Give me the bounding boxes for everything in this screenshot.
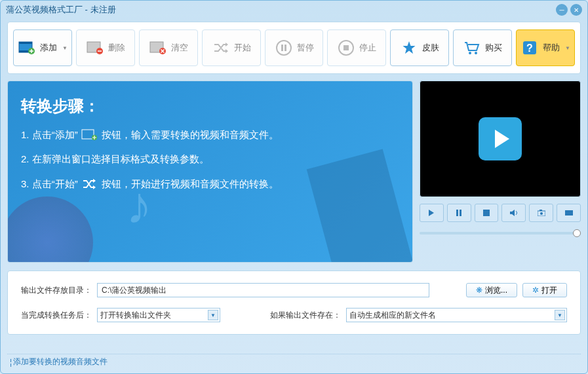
help-icon: ? xyxy=(520,40,539,56)
after-task-select[interactable]: 打开转换输出文件夹 ▼ xyxy=(97,308,220,322)
close-button[interactable]: ✕ xyxy=(570,4,582,16)
reel-icon: ✲ xyxy=(532,286,539,295)
film-clear-icon xyxy=(149,40,167,56)
film-add-icon xyxy=(18,40,36,56)
add-button[interactable]: 添加 ▼ xyxy=(13,29,72,66)
guide-heading: 转换步骤： xyxy=(21,96,399,117)
cart-icon xyxy=(463,40,481,56)
stop-button[interactable]: 停止 xyxy=(327,29,386,66)
output-dir-label: 输出文件存放目录： xyxy=(21,285,92,296)
svg-text:?: ? xyxy=(526,43,533,54)
output-dir-input[interactable] xyxy=(97,283,429,297)
guide-step-1: 1. 点击“添加” 按钮，输入需要转换的视频和音频文件。 xyxy=(21,128,399,141)
play-big-icon xyxy=(479,117,522,160)
shuffle-icon xyxy=(81,178,99,191)
skin-button[interactable]: 皮肤 xyxy=(390,29,449,66)
status-text: 添加要转换的视频音频文件 xyxy=(13,356,108,367)
chevron-down-icon: ▼ xyxy=(565,45,570,51)
help-button[interactable]: ? 帮助 ▼ xyxy=(516,29,575,66)
pause-icon xyxy=(275,40,293,56)
svg-rect-21 xyxy=(483,210,490,216)
clear-button[interactable]: 清空 xyxy=(139,29,198,66)
svg-rect-19 xyxy=(456,210,458,216)
player-controls xyxy=(420,204,581,222)
toolbar: 添加 ▼ 删除 清空 开始 暂停 xyxy=(7,22,581,74)
svg-rect-10 xyxy=(284,45,286,51)
film-delete-icon xyxy=(86,40,104,56)
svg-rect-24 xyxy=(539,210,542,211)
svg-rect-9 xyxy=(281,45,283,51)
svg-point-13 xyxy=(469,52,471,54)
file-exists-select[interactable]: 自动生成相应的新文件名 ▼ xyxy=(346,308,567,322)
shuffle-icon xyxy=(212,40,230,56)
player-fullscreen-button[interactable] xyxy=(557,204,581,222)
delete-button[interactable]: 删除 xyxy=(76,29,135,66)
player-seek-slider[interactable] xyxy=(420,229,581,238)
svg-point-8 xyxy=(277,41,291,55)
player-screen xyxy=(420,81,581,197)
svg-rect-12 xyxy=(343,45,349,50)
chevron-down-icon: ▼ xyxy=(62,45,68,51)
pause-button[interactable]: 暂停 xyxy=(265,29,324,66)
chevron-down-icon: ▼ xyxy=(208,310,218,320)
stop-icon xyxy=(337,40,355,56)
open-button[interactable]: ✲打开 xyxy=(522,283,567,297)
player-stop-button[interactable] xyxy=(475,204,499,222)
svg-rect-20 xyxy=(460,210,461,216)
svg-point-14 xyxy=(475,52,477,54)
after-task-label: 当完成转换任务后： xyxy=(21,310,92,321)
gear-icon: ❋ xyxy=(476,286,482,295)
svg-point-23 xyxy=(540,212,543,215)
star-icon xyxy=(400,40,418,56)
window-title: 蒲公英视频格式工厂 - 未注册 xyxy=(6,4,553,16)
browse-button[interactable]: ❋浏览... xyxy=(466,283,517,297)
player-pause-button[interactable] xyxy=(447,204,471,222)
film-decoration xyxy=(307,149,413,263)
svg-rect-25 xyxy=(565,210,573,215)
player-panel xyxy=(420,81,581,263)
minimize-button[interactable]: ─ xyxy=(556,4,568,16)
player-play-button[interactable] xyxy=(420,204,444,222)
player-volume-button[interactable] xyxy=(501,204,526,222)
chevron-down-icon: ▼ xyxy=(555,310,565,320)
film-add-icon xyxy=(81,128,99,141)
svg-rect-1 xyxy=(19,42,32,44)
statusbar: ¦添加要转换的视频音频文件 xyxy=(7,354,581,369)
file-exists-label: 如果输出文件存在： xyxy=(270,310,341,321)
player-snapshot-button[interactable] xyxy=(529,204,553,222)
output-panel: 输出文件存放目录： ❋浏览... ✲打开 当完成转换任务后： 打开转换输出文件夹… xyxy=(7,271,581,335)
guide-panel: ♪ 转换步骤： 1. 点击“添加” 按钮，输入需要转换的视频和音频文件。 2. … xyxy=(7,81,413,263)
disc-decoration xyxy=(7,196,93,263)
note-decoration: ♪ xyxy=(126,176,152,236)
start-button[interactable]: 开始 xyxy=(202,29,261,66)
titlebar: 蒲公英视频格式工厂 - 未注册 ─ ✕ xyxy=(1,1,587,19)
buy-button[interactable]: 购买 xyxy=(453,29,512,66)
